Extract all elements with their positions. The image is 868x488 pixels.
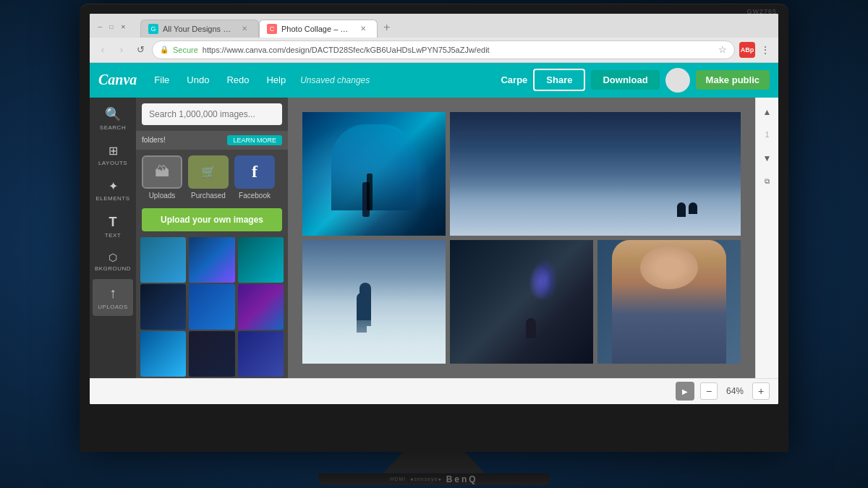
sidebar-item-layouts[interactable]: ⊞ LAYOUTS (93, 138, 133, 172)
url-bar[interactable]: 🔒 Secure https://www.canva.com/design/DA… (152, 40, 735, 59)
avatar (665, 68, 690, 93)
source-tab-uploads[interactable]: 🏔 Uploads (142, 155, 182, 200)
zoom-minus-button[interactable]: − (700, 382, 718, 400)
sidebar-background-label: BKGROUND (95, 265, 131, 272)
tab1-close-icon[interactable]: ✕ (239, 24, 250, 34)
tab1-label: All Your Designs – Canva (163, 25, 235, 33)
tab2-close-icon[interactable]: ✕ (358, 24, 368, 34)
uploads-tab-label: Uploads (149, 192, 176, 200)
photo-cell-smoke[interactable] (450, 240, 593, 364)
right-tool-3[interactable]: ▼ (759, 150, 776, 167)
forward-button[interactable]: › (114, 43, 129, 57)
source-tab-purchased[interactable]: 🛒 Purchased (188, 155, 229, 200)
minimize-button[interactable]: ─ (95, 23, 104, 32)
facebook-source-icon: f (234, 155, 275, 189)
present-button[interactable]: ▶ (676, 382, 694, 401)
sidebar-item-elements[interactable]: ✦ ELEMENTS (93, 174, 133, 207)
tab2-label: Photo Collage – Carpe (281, 25, 354, 33)
source-tab-facebook[interactable]: f Facebook (234, 155, 275, 200)
sidebar-elements-label: ELEMENTS (95, 195, 129, 202)
panel-banner: folders! LEARN MORE (136, 131, 288, 150)
secure-icon: 🔒 (160, 46, 169, 53)
list-item[interactable] (140, 331, 186, 377)
close-button[interactable]: ✕ (119, 23, 127, 32)
right-tool-1[interactable]: ▲ (759, 103, 776, 121)
window-controls: ─ □ ✕ (95, 23, 127, 32)
canvas-area[interactable] (288, 98, 755, 378)
user-name-button[interactable]: Carpe (501, 74, 527, 85)
list-item[interactable] (189, 237, 234, 283)
list-item[interactable] (238, 237, 284, 283)
photo-cell-ice-cave[interactable] (302, 112, 446, 236)
tab-all-designs[interactable]: G All Your Designs – Canva ✕ (140, 20, 259, 38)
browser-actions: ABp ⋮ (739, 42, 773, 58)
panel-search-area (136, 98, 288, 131)
bookmark-icon[interactable]: ☆ (718, 44, 727, 55)
image-grid (136, 234, 288, 378)
uploads-panel: folders! LEARN MORE 🏔 Uploads (136, 98, 288, 378)
sidebar-item-search[interactable]: 🔍 SEARCH (93, 100, 133, 137)
canva-app: Canva File Undo Redo Help Unsaved change… (90, 63, 778, 404)
upload-images-button[interactable]: Upload your own images (142, 208, 282, 231)
maximize-button[interactable]: □ (107, 23, 116, 32)
sidebar-uploads-label: UPLOADS (98, 304, 128, 310)
sidebar-item-background[interactable]: ⬡ BKGROUND (93, 246, 133, 278)
tabs-bar: G All Your Designs – Canva ✕ C Photo Col… (135, 17, 401, 38)
list-item[interactable] (140, 237, 186, 283)
monitor-screen: ─ □ ✕ G All Your Designs – Canva ✕ C (90, 14, 778, 404)
download-button[interactable]: Download (591, 70, 659, 90)
monitor-model: GW2765 (746, 8, 777, 15)
zoom-value: 64% (723, 386, 746, 396)
photo-cell-portrait[interactable] (597, 240, 741, 364)
canvas-content (302, 112, 741, 364)
purchased-tab-label: Purchased (191, 192, 226, 200)
tab1-favicon: G (148, 24, 158, 34)
layouts-icon: ⊞ (109, 144, 118, 158)
list-item[interactable] (140, 284, 186, 330)
adblocker-icon[interactable]: ABp (739, 42, 755, 58)
menu-file[interactable]: File (148, 72, 175, 88)
sidebar-item-text[interactable]: T TEXT (93, 209, 133, 244)
menu-redo[interactable]: Redo (221, 72, 255, 88)
browser-menu-button[interactable]: ⋮ (758, 43, 773, 57)
list-item[interactable] (238, 284, 284, 330)
title-bar: ─ □ ✕ G All Your Designs – Canva ✕ C (90, 14, 778, 38)
share-button[interactable]: Share (533, 69, 585, 91)
monitor-sensor-label: ●senseye● (410, 476, 442, 481)
monitor: GW2765 ─ □ ✕ G A (80, 4, 788, 452)
list-item[interactable] (189, 331, 234, 377)
photo-cell-snowy[interactable] (302, 240, 446, 364)
canva-main: 🔍 SEARCH ⊞ LAYOUTS ✦ ELEMENTS (90, 98, 778, 378)
zoom-plus-button[interactable]: + (752, 382, 770, 400)
source-tabs: 🏔 Uploads 🛒 Purchased (136, 150, 288, 205)
right-tool-2[interactable]: 1 (759, 127, 776, 144)
back-button[interactable]: ‹ (95, 43, 110, 57)
smoke-photo (450, 240, 593, 364)
menu-help[interactable]: Help (260, 72, 292, 88)
monitor-neck (383, 452, 485, 474)
text-icon: T (109, 215, 117, 230)
background-icon: ⬡ (109, 252, 117, 263)
sidebar-text-label: TEXT (105, 232, 121, 239)
left-sidebar: 🔍 SEARCH ⊞ LAYOUTS ✦ ELEMENTS (90, 98, 136, 378)
learn-more-button[interactable]: LEARN MORE (227, 135, 282, 145)
elements-icon: ✦ (109, 179, 118, 193)
list-item[interactable] (189, 284, 234, 330)
sidebar-item-uploads[interactable]: ↑ UPLOADS (93, 279, 133, 316)
tab2-favicon: C (267, 24, 277, 34)
monitor-brand-label: BenQ (446, 474, 478, 484)
photo-cell-mountain[interactable] (450, 112, 741, 236)
copy-tool[interactable]: ⧉ (759, 173, 776, 190)
smoke-figure (526, 318, 536, 338)
list-item[interactable] (238, 331, 284, 377)
make-public-button[interactable]: Make public (696, 70, 770, 90)
refresh-button[interactable]: ↺ (133, 43, 148, 57)
silhouette-2 (689, 202, 697, 214)
search-input[interactable] (142, 103, 282, 125)
portrait-photo (597, 240, 741, 364)
tab-photo-collage[interactable]: C Photo Collage – Carpe ✕ (259, 20, 378, 38)
snowy-photo (302, 240, 446, 364)
menu-undo[interactable]: Undo (181, 72, 215, 88)
canva-topbar: Canva File Undo Redo Help Unsaved change… (90, 63, 778, 98)
new-tab-button[interactable]: + (378, 17, 396, 38)
